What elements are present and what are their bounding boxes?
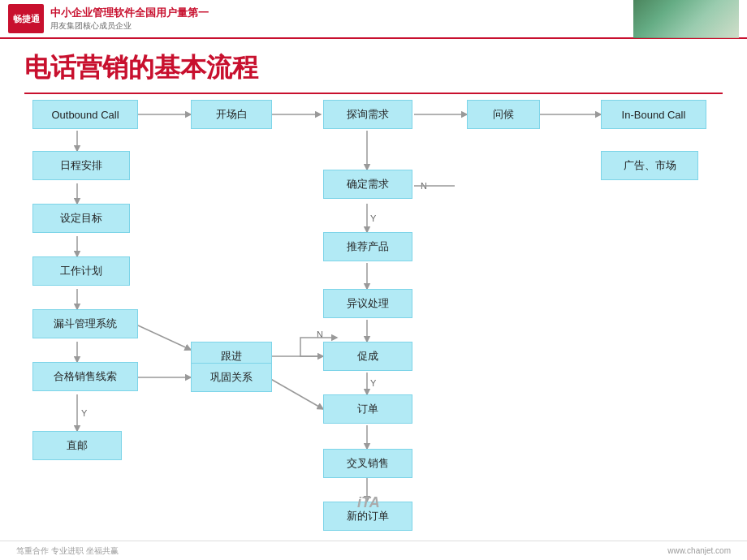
svg-text:Y: Y <box>370 378 377 388</box>
svg-text:Y: Y <box>81 408 88 418</box>
svg-text:Y: Y <box>370 213 377 223</box>
svg-text:N: N <box>421 181 427 191</box>
box-sheding: 设定目标 <box>32 204 130 233</box>
box-gongzuo: 工作计划 <box>32 256 130 286</box>
main-content: Y N Y N Y <box>0 98 747 554</box>
box-richeng: 日程安排 <box>32 151 130 180</box>
box-outbound-call: Outbound Call <box>32 100 138 129</box>
box-wenhou: 问候 <box>467 100 540 129</box>
box-tuijian: 推荐产品 <box>323 232 412 261</box>
logo-text-block: 中小企业管理软件全国用户量第一 用友集团核心成员企业 <box>50 6 209 32</box>
box-loudou: 漏斗管理系统 <box>32 309 138 338</box>
header-image <box>633 0 739 38</box>
header-left: 畅捷通 中小企业管理软件全国用户量第一 用友集团核心成员企业 <box>8 4 209 33</box>
title-divider <box>24 93 723 94</box>
footer-right: www.chanjet.com <box>667 546 731 555</box>
header-img-placeholder <box>633 0 739 38</box>
footer: 笃重合作 专业进职 坐福共赢 www.chanjet.com <box>0 541 747 560</box>
svg-line-25 <box>138 325 191 350</box>
page-title: 电话营销的基本流程 <box>0 39 747 93</box>
logo-subtitle: 用友集团核心成员企业 <box>50 20 209 32</box>
box-guanggao: 广告、市场 <box>601 151 698 180</box>
svg-text:N: N <box>317 330 323 339</box>
box-yiyi: 异议处理 <box>323 289 412 318</box>
logo-icon-text: 畅捷通 <box>13 13 40 25</box>
logo-icon: 畅捷通 <box>8 4 44 33</box>
box-cucheng: 促成 <box>323 342 412 371</box>
box-hege: 合格销售线索 <box>32 362 138 391</box>
box-kaichang: 开场白 <box>191 100 272 129</box>
box-jiaocha: 交叉销售 <box>323 449 412 478</box>
box-gonggu: 巩固关系 <box>191 363 272 392</box>
box-dingdan: 订单 <box>323 394 412 424</box>
box-tanxun: 探询需求 <box>323 100 412 129</box>
box-inbound-call: In-Bound Call <box>601 100 706 129</box>
svg-line-23 <box>268 377 323 409</box>
footer-left: 笃重合作 专业进职 坐福共赢 <box>16 545 119 557</box>
header: 畅捷通 中小企业管理软件全国用户量第一 用友集团核心成员企业 <box>0 0 747 39</box>
ita-label: iTA <box>357 494 380 511</box>
logo-title: 中小企业管理软件全国用户量第一 <box>50 6 209 20</box>
flowchart: Y N Y N Y <box>16 98 731 554</box>
box-zhiyou: 直邮 <box>32 431 122 460</box>
box-queding: 确定需求 <box>323 170 412 199</box>
